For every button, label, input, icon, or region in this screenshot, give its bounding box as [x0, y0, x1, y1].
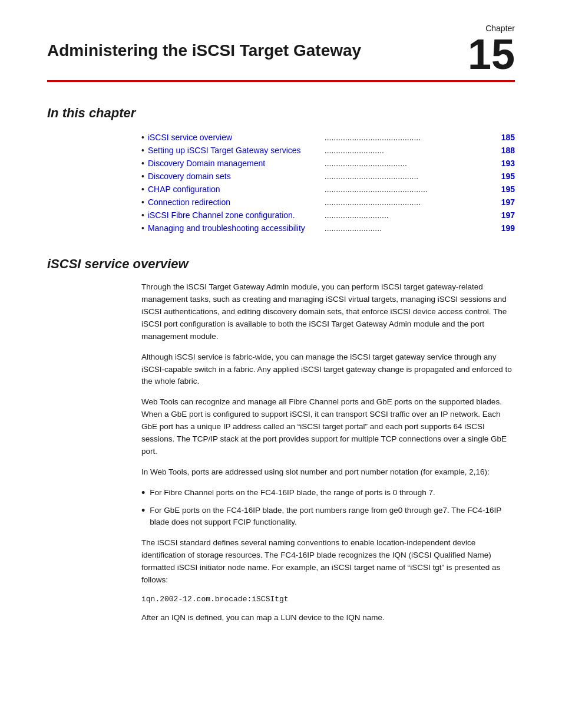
toc-dots: ........................................…: [325, 197, 499, 207]
toc-bullet-icon: •: [141, 159, 144, 168]
toc-link[interactable]: Connection redirection: [148, 197, 322, 207]
chapter-title: Administering the iSCSI Target Gateway: [47, 24, 468, 60]
toc-page-number[interactable]: 199: [501, 223, 515, 233]
paragraph-4: In Web Tools, ports are addressed using …: [141, 466, 515, 479]
toc-item: •Connection redirection ................…: [141, 197, 515, 207]
toc-dots: ........................................…: [325, 133, 499, 142]
toc-dots: ........................................…: [325, 172, 499, 181]
toc-link[interactable]: Discovery Domain management: [148, 159, 322, 168]
code-line: iqn.2002-12.com.brocade:iSCSItgt: [141, 595, 515, 604]
paragraph-2: Although iSCSI service is fabric-wide, y…: [141, 351, 515, 388]
body-bullet-item: •For Fibre Channel ports on the FC4-16IP…: [141, 487, 515, 500]
toc-link[interactable]: iSCSI Fibre Channel zone configuration.: [148, 210, 322, 220]
body-bullet-item: •For GbE ports on the FC4-16IP blade, th…: [141, 505, 515, 529]
toc-link[interactable]: Managing and troubleshooting accessibili…: [148, 223, 322, 233]
toc-dots: .........................: [325, 223, 499, 233]
paragraph-3: Web Tools can recognize and manage all F…: [141, 396, 515, 458]
toc-page-number[interactable]: 197: [501, 210, 515, 220]
toc-dots: ....................................: [325, 159, 499, 168]
body-bullet-text: For Fibre Channel ports on the FC4-16IP …: [150, 487, 435, 499]
body-bullet-text: For GbE ports on the FC4-16IP blade, the…: [150, 505, 515, 529]
toc-item: •Discovery Domain management ...........…: [141, 159, 515, 168]
chapter-number: 15: [468, 33, 515, 75]
toc-bullet-icon: •: [141, 146, 144, 155]
toc-item: •Discovery domain sets .................…: [141, 172, 515, 181]
toc-item: •Managing and troubleshooting accessibil…: [141, 223, 515, 233]
toc-bullet-icon: •: [141, 210, 144, 220]
paragraph-1: Through the iSCSI Target Gateway Admin m…: [141, 281, 515, 343]
toc-item: •Setting up iSCSI Target Gateway service…: [141, 146, 515, 155]
toc-dots: ........................................…: [325, 185, 499, 194]
toc-link[interactable]: Setting up iSCSI Target Gateway services: [148, 146, 322, 155]
in-this-chapter-heading: In this chapter: [47, 106, 515, 121]
toc-page-number[interactable]: 193: [501, 159, 515, 168]
body-bullet-icon: •: [141, 505, 145, 518]
toc-item: •iSCSI service overview ................…: [141, 133, 515, 142]
final-paragraph: After an IQN is defined, you can map a L…: [141, 612, 515, 624]
chapter-label-area: Chapter 15: [468, 24, 515, 75]
chapter-header: Administering the iSCSI Target Gateway C…: [47, 24, 515, 75]
body-bullet-icon: •: [141, 487, 145, 500]
toc-item: •CHAP configuration ....................…: [141, 185, 515, 194]
toc-page-number[interactable]: 185: [501, 133, 515, 142]
toc-page-number[interactable]: 195: [501, 185, 515, 194]
toc-bullet-icon: •: [141, 133, 144, 142]
toc-list: •iSCSI service overview ................…: [141, 133, 515, 233]
toc-page-number[interactable]: 197: [501, 197, 515, 207]
in-this-chapter-section: In this chapter •iSCSI service overview …: [47, 106, 515, 233]
toc-bullet-icon: •: [141, 197, 144, 207]
toc-link[interactable]: iSCSI service overview: [148, 133, 322, 142]
toc-item: •iSCSI Fibre Channel zone configuration.…: [141, 210, 515, 220]
iscsi-overview-heading: iSCSI service overview: [47, 256, 515, 272]
toc-page-number[interactable]: 188: [501, 146, 515, 155]
toc-bullet-icon: •: [141, 185, 144, 194]
red-rule: [47, 80, 515, 82]
toc-bullet-icon: •: [141, 223, 144, 233]
body-bullet-list: •For Fibre Channel ports on the FC4-16IP…: [141, 487, 515, 529]
toc-dots: ..........................: [325, 146, 499, 155]
toc-dots: ............................: [325, 210, 499, 220]
toc-link[interactable]: Discovery domain sets: [148, 172, 322, 181]
toc-page-number[interactable]: 195: [501, 172, 515, 181]
toc-link[interactable]: CHAP configuration: [148, 185, 322, 194]
toc-bullet-icon: •: [141, 172, 144, 181]
paragraph-after-bullets: The iSCSI standard defines several namin…: [141, 537, 515, 587]
iscsi-overview-section: iSCSI service overview Through the iSCSI…: [47, 256, 515, 624]
page: Administering the iSCSI Target Gateway C…: [0, 0, 562, 728]
